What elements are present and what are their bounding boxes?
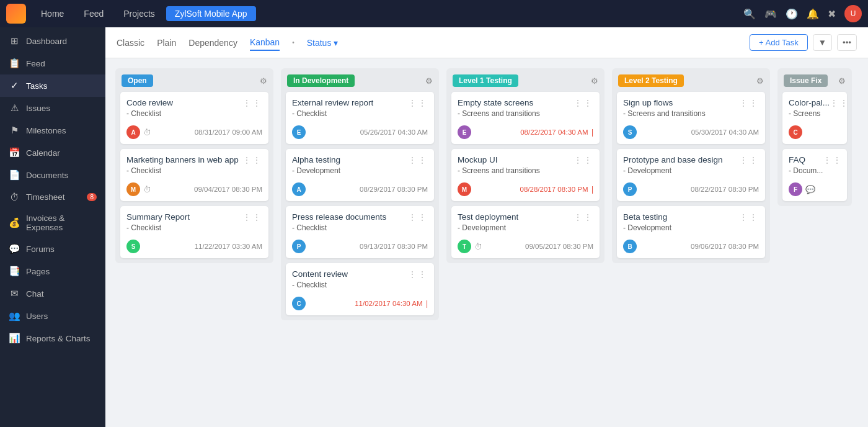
card-tag: - Checklist — [126, 109, 173, 118]
sidebar-item-label: Pages — [26, 267, 50, 276]
col-settings-icon[interactable]: ⚙ — [260, 76, 267, 86]
card-menu-button[interactable]: ⋮⋮ — [242, 212, 262, 222]
card-menu-button[interactable]: ⋮⋮ — [408, 98, 428, 108]
sidebar-item-pages[interactable]: 📑 Pages — [0, 260, 105, 282]
card-footer: T ⏱ 09/05/2017 08:30 PM — [458, 240, 593, 253]
card-menu-button[interactable]: ⋮⋮ — [408, 212, 428, 222]
chat-icon: 💬 — [805, 185, 815, 194]
card-date: 05/26/2017 04:30 AM — [360, 128, 428, 136]
sidebar-item-tasks[interactable]: ✓ Tasks — [0, 74, 105, 97]
sidebar-icon: 📋 — [9, 58, 20, 69]
card-title: Alpha testing — [292, 155, 340, 164]
view-dependency[interactable]: Dependency — [188, 35, 237, 50]
task-card: Beta testing - Development ⋮⋮ B 09/06/20… — [617, 206, 765, 258]
status-group-by[interactable]: Status ▾ — [307, 38, 339, 48]
card-avatar: F — [789, 182, 802, 196]
sidebar-item-forums[interactable]: 💬 Forums — [0, 238, 105, 260]
sidebar-icon: 💬 — [9, 243, 20, 254]
kanban-cards: Code review - Checklist ⋮⋮ A ⏱ 08/31/201… — [115, 92, 273, 263]
top-nav-tab-projects[interactable]: Projects — [115, 6, 164, 21]
card-tag: - Checklist — [292, 223, 386, 232]
card-menu-button[interactable]: ⋮⋮ — [242, 155, 262, 165]
col-badge: Level 1 Testing — [453, 74, 518, 87]
sidebar-icon: 📄 — [9, 169, 20, 181]
search-icon[interactable]: 🔍 — [743, 8, 756, 20]
card-header: Sign up flows - Screens and transitions … — [623, 98, 759, 123]
top-nav-tab-home[interactable]: Home — [32, 6, 73, 21]
view-plain[interactable]: Plain — [157, 35, 176, 50]
sidebar-badge: 8 — [87, 193, 97, 201]
sidebar-item-timesheet[interactable]: ⏱ Timesheet 8 — [0, 186, 105, 208]
close-icon[interactable]: ✖ — [828, 8, 836, 20]
card-menu-button[interactable]: ⋮⋮ — [739, 212, 759, 222]
card-date: 11/22/2017 03:30 AM — [195, 243, 262, 250]
card-tag: - Docum... — [789, 166, 823, 175]
notification-icon[interactable]: 🔔 — [807, 8, 819, 20]
card-menu-button[interactable]: ⋮⋮ — [574, 155, 593, 165]
card-tag: - Checklist — [292, 109, 373, 118]
sidebar-item-users[interactable]: 👥 Users — [0, 305, 105, 327]
card-tag: - Checklist — [126, 223, 190, 232]
card-date: 05/30/2017 04:30 AM — [691, 128, 759, 136]
card-menu-button[interactable]: ⋮⋮ — [408, 155, 428, 165]
view-classic[interactable]: Classic — [117, 35, 144, 50]
col-settings-icon[interactable]: ⚙ — [425, 76, 433, 86]
sidebar-item-issues[interactable]: ⚠ Issues — [0, 97, 105, 119]
top-nav-tab-feed[interactable]: Feed — [75, 6, 112, 21]
sidebar-item-documents[interactable]: 📄 Documents — [0, 164, 105, 186]
card-menu-button[interactable]: ⋮⋮ — [574, 98, 593, 108]
kanban-col-level1-testing: Level 1 Testing ⚙ Empty state screens - … — [446, 68, 604, 263]
task-card: External review report - Checklist ⋮⋮ E … — [286, 92, 434, 144]
card-avatar: S — [623, 125, 637, 139]
card-title: Empty state screens — [458, 98, 540, 107]
timer-icon: ⏱ — [143, 185, 151, 194]
card-menu-button[interactable]: ⋮⋮ — [739, 155, 759, 165]
card-menu-button[interactable]: ⋮⋮ — [242, 98, 262, 108]
more-options-button[interactable]: ••• — [837, 34, 857, 51]
card-menu-button[interactable]: ⋮⋮ — [574, 212, 593, 222]
card-menu-button[interactable]: ⋮⋮ — [830, 98, 849, 108]
col-settings-icon[interactable]: ⚙ — [838, 76, 846, 86]
task-card: Content review - Checklist ⋮⋮ C 11/02/20… — [286, 263, 434, 315]
games-icon[interactable]: 🎮 — [764, 8, 777, 20]
top-nav-tab-zylsoft-mobile-app[interactable]: ZylSoft Mobile App — [166, 6, 256, 21]
add-task-button[interactable]: + Add Task — [750, 34, 808, 51]
card-avatar: A — [126, 125, 140, 139]
kanban-board: Open ⚙ Code review - Checklist ⋮⋮ A ⏱ 08… — [105, 58, 868, 427]
col-settings-icon[interactable]: ⚙ — [591, 76, 598, 86]
sidebar-item-chat[interactable]: ✉ Chat — [0, 282, 105, 305]
top-nav: HomeFeedProjectsZylSoft Mobile App 🔍 🎮 🕐… — [0, 0, 868, 27]
avatar[interactable]: U — [844, 5, 862, 22]
card-header: Empty state screens - Screens and transi… — [458, 98, 593, 123]
sidebar-icon: 💰 — [9, 217, 20, 228]
sidebar-item-feed[interactable]: 📋 Feed — [0, 52, 105, 74]
card-menu-button[interactable]: ⋮⋮ — [823, 155, 843, 165]
sidebar-item-calendar[interactable]: 📅 Calendar — [0, 142, 105, 164]
task-card: Sign up flows - Screens and transitions … — [617, 92, 765, 144]
sidebar-item-label: Timesheet — [26, 192, 65, 202]
card-menu-button[interactable]: ⋮⋮ — [739, 98, 759, 108]
sidebar-item-invoices-expenses[interactable]: 💰 Invoices & Expenses — [0, 208, 105, 238]
card-date: 08/22/2017 08:30 PM — [691, 186, 759, 193]
col-badge: In Development — [287, 74, 355, 87]
sidebar-item-dashboard[interactable]: ⊞ Dashboard — [0, 30, 105, 52]
view-kanban[interactable]: Kanban — [250, 35, 280, 51]
card-menu-button[interactable]: ⋮⋮ — [408, 269, 428, 279]
card-date: 08/31/2017 09:00 AM — [195, 128, 262, 136]
card-avatar: E — [292, 125, 306, 139]
content-area: Classic Plain Dependency Kanban • Status… — [105, 27, 868, 427]
card-footer: E 05/26/2017 04:30 AM — [292, 125, 428, 139]
overdue-indicator: | — [590, 128, 593, 137]
col-badge: Issue Fix — [784, 74, 828, 87]
sidebar-item-reports-charts[interactable]: 📊 Reports & Charts — [0, 327, 105, 349]
clock-icon[interactable]: 🕐 — [786, 8, 798, 20]
col-settings-icon[interactable]: ⚙ — [756, 76, 764, 86]
sidebar-item-milestones[interactable]: ⚑ Milestones — [0, 119, 105, 142]
sidebar-icon: 📑 — [9, 266, 20, 277]
card-header: Beta testing - Development ⋮⋮ — [623, 212, 759, 237]
card-avatar: M — [126, 182, 140, 196]
filter-icon[interactable]: ▼ — [813, 34, 832, 51]
card-date: 09/05/2017 08:30 PM — [525, 243, 593, 250]
card-avatar: C — [292, 297, 306, 310]
overdue-indicator: | — [424, 299, 428, 308]
